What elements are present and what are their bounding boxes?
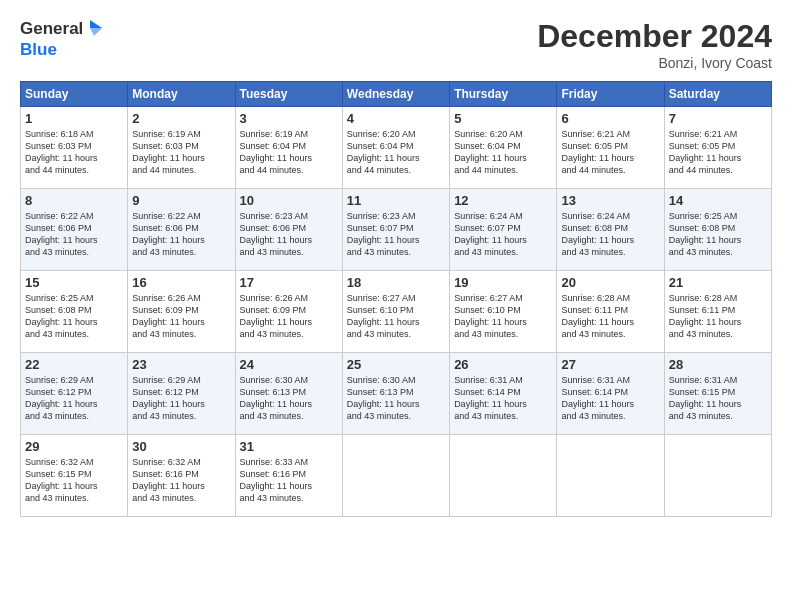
calendar-cell: 18Sunrise: 6:27 AMSunset: 6:10 PMDayligh… xyxy=(342,271,449,353)
day-number: 14 xyxy=(669,193,767,208)
day-number: 25 xyxy=(347,357,445,372)
day-number: 18 xyxy=(347,275,445,290)
cell-text: Sunrise: 6:27 AMSunset: 6:10 PMDaylight:… xyxy=(454,292,552,341)
day-header-monday: Monday xyxy=(128,82,235,107)
week-row-1: 1Sunrise: 6:18 AMSunset: 6:03 PMDaylight… xyxy=(21,107,772,189)
cell-text: Sunrise: 6:33 AMSunset: 6:16 PMDaylight:… xyxy=(240,456,338,505)
cell-text: Sunrise: 6:21 AMSunset: 6:05 PMDaylight:… xyxy=(669,128,767,177)
day-number: 4 xyxy=(347,111,445,126)
location: Bonzi, Ivory Coast xyxy=(537,55,772,71)
day-number: 6 xyxy=(561,111,659,126)
calendar-cell: 9Sunrise: 6:22 AMSunset: 6:06 PMDaylight… xyxy=(128,189,235,271)
calendar-cell: 6Sunrise: 6:21 AMSunset: 6:05 PMDaylight… xyxy=(557,107,664,189)
day-header-sunday: Sunday xyxy=(21,82,128,107)
cell-text: Sunrise: 6:18 AMSunset: 6:03 PMDaylight:… xyxy=(25,128,123,177)
cell-text: Sunrise: 6:29 AMSunset: 6:12 PMDaylight:… xyxy=(25,374,123,423)
calendar-cell: 5Sunrise: 6:20 AMSunset: 6:04 PMDaylight… xyxy=(450,107,557,189)
calendar-cell xyxy=(450,435,557,517)
header: General Blue December 2024 Bonzi, Ivory … xyxy=(20,18,772,71)
cell-text: Sunrise: 6:32 AMSunset: 6:15 PMDaylight:… xyxy=(25,456,123,505)
month-title: December 2024 xyxy=(537,18,772,55)
cell-text: Sunrise: 6:32 AMSunset: 6:16 PMDaylight:… xyxy=(132,456,230,505)
day-number: 17 xyxy=(240,275,338,290)
day-number: 16 xyxy=(132,275,230,290)
day-number: 27 xyxy=(561,357,659,372)
cell-text: Sunrise: 6:22 AMSunset: 6:06 PMDaylight:… xyxy=(132,210,230,259)
day-header-thursday: Thursday xyxy=(450,82,557,107)
cell-text: Sunrise: 6:31 AMSunset: 6:14 PMDaylight:… xyxy=(454,374,552,423)
cell-text: Sunrise: 6:24 AMSunset: 6:08 PMDaylight:… xyxy=(561,210,659,259)
logo-general: General xyxy=(20,19,83,39)
week-row-2: 8Sunrise: 6:22 AMSunset: 6:06 PMDaylight… xyxy=(21,189,772,271)
calendar-cell: 15Sunrise: 6:25 AMSunset: 6:08 PMDayligh… xyxy=(21,271,128,353)
day-number: 10 xyxy=(240,193,338,208)
calendar-cell: 4Sunrise: 6:20 AMSunset: 6:04 PMDaylight… xyxy=(342,107,449,189)
day-number: 5 xyxy=(454,111,552,126)
cell-text: Sunrise: 6:30 AMSunset: 6:13 PMDaylight:… xyxy=(240,374,338,423)
cell-text: Sunrise: 6:23 AMSunset: 6:07 PMDaylight:… xyxy=(347,210,445,259)
calendar-cell: 21Sunrise: 6:28 AMSunset: 6:11 PMDayligh… xyxy=(664,271,771,353)
day-number: 13 xyxy=(561,193,659,208)
header-row: SundayMondayTuesdayWednesdayThursdayFrid… xyxy=(21,82,772,107)
title-block: December 2024 Bonzi, Ivory Coast xyxy=(537,18,772,71)
cell-text: Sunrise: 6:30 AMSunset: 6:13 PMDaylight:… xyxy=(347,374,445,423)
calendar-cell: 19Sunrise: 6:27 AMSunset: 6:10 PMDayligh… xyxy=(450,271,557,353)
day-number: 29 xyxy=(25,439,123,454)
cell-text: Sunrise: 6:25 AMSunset: 6:08 PMDaylight:… xyxy=(25,292,123,341)
calendar-cell: 8Sunrise: 6:22 AMSunset: 6:06 PMDaylight… xyxy=(21,189,128,271)
week-row-4: 22Sunrise: 6:29 AMSunset: 6:12 PMDayligh… xyxy=(21,353,772,435)
cell-text: Sunrise: 6:28 AMSunset: 6:11 PMDaylight:… xyxy=(561,292,659,341)
calendar-cell: 29Sunrise: 6:32 AMSunset: 6:15 PMDayligh… xyxy=(21,435,128,517)
calendar-cell: 17Sunrise: 6:26 AMSunset: 6:09 PMDayligh… xyxy=(235,271,342,353)
svg-marker-0 xyxy=(90,20,102,28)
day-number: 19 xyxy=(454,275,552,290)
calendar-cell: 11Sunrise: 6:23 AMSunset: 6:07 PMDayligh… xyxy=(342,189,449,271)
calendar-cell: 26Sunrise: 6:31 AMSunset: 6:14 PMDayligh… xyxy=(450,353,557,435)
calendar-cell: 23Sunrise: 6:29 AMSunset: 6:12 PMDayligh… xyxy=(128,353,235,435)
calendar-cell: 14Sunrise: 6:25 AMSunset: 6:08 PMDayligh… xyxy=(664,189,771,271)
cell-text: Sunrise: 6:31 AMSunset: 6:14 PMDaylight:… xyxy=(561,374,659,423)
week-row-3: 15Sunrise: 6:25 AMSunset: 6:08 PMDayligh… xyxy=(21,271,772,353)
logo-blue: Blue xyxy=(20,40,102,60)
cell-text: Sunrise: 6:20 AMSunset: 6:04 PMDaylight:… xyxy=(347,128,445,177)
day-header-wednesday: Wednesday xyxy=(342,82,449,107)
day-header-tuesday: Tuesday xyxy=(235,82,342,107)
calendar-cell: 27Sunrise: 6:31 AMSunset: 6:14 PMDayligh… xyxy=(557,353,664,435)
calendar-cell: 12Sunrise: 6:24 AMSunset: 6:07 PMDayligh… xyxy=(450,189,557,271)
day-header-saturday: Saturday xyxy=(664,82,771,107)
page: General Blue December 2024 Bonzi, Ivory … xyxy=(0,0,792,612)
day-number: 11 xyxy=(347,193,445,208)
calendar-cell: 30Sunrise: 6:32 AMSunset: 6:16 PMDayligh… xyxy=(128,435,235,517)
day-number: 7 xyxy=(669,111,767,126)
calendar-cell xyxy=(664,435,771,517)
calendar-cell: 1Sunrise: 6:18 AMSunset: 6:03 PMDaylight… xyxy=(21,107,128,189)
day-number: 12 xyxy=(454,193,552,208)
week-row-5: 29Sunrise: 6:32 AMSunset: 6:15 PMDayligh… xyxy=(21,435,772,517)
cell-text: Sunrise: 6:23 AMSunset: 6:06 PMDaylight:… xyxy=(240,210,338,259)
calendar-table: SundayMondayTuesdayWednesdayThursdayFrid… xyxy=(20,81,772,517)
cell-text: Sunrise: 6:24 AMSunset: 6:07 PMDaylight:… xyxy=(454,210,552,259)
calendar-cell: 31Sunrise: 6:33 AMSunset: 6:16 PMDayligh… xyxy=(235,435,342,517)
cell-text: Sunrise: 6:26 AMSunset: 6:09 PMDaylight:… xyxy=(240,292,338,341)
calendar-cell xyxy=(342,435,449,517)
cell-text: Sunrise: 6:25 AMSunset: 6:08 PMDaylight:… xyxy=(669,210,767,259)
day-number: 1 xyxy=(25,111,123,126)
cell-text: Sunrise: 6:21 AMSunset: 6:05 PMDaylight:… xyxy=(561,128,659,177)
day-number: 31 xyxy=(240,439,338,454)
cell-text: Sunrise: 6:26 AMSunset: 6:09 PMDaylight:… xyxy=(132,292,230,341)
cell-text: Sunrise: 6:29 AMSunset: 6:12 PMDaylight:… xyxy=(132,374,230,423)
day-number: 30 xyxy=(132,439,230,454)
cell-text: Sunrise: 6:28 AMSunset: 6:11 PMDaylight:… xyxy=(669,292,767,341)
calendar-cell: 10Sunrise: 6:23 AMSunset: 6:06 PMDayligh… xyxy=(235,189,342,271)
cell-text: Sunrise: 6:20 AMSunset: 6:04 PMDaylight:… xyxy=(454,128,552,177)
day-number: 15 xyxy=(25,275,123,290)
day-number: 8 xyxy=(25,193,123,208)
day-number: 26 xyxy=(454,357,552,372)
day-number: 20 xyxy=(561,275,659,290)
calendar-cell: 25Sunrise: 6:30 AMSunset: 6:13 PMDayligh… xyxy=(342,353,449,435)
calendar-cell: 13Sunrise: 6:24 AMSunset: 6:08 PMDayligh… xyxy=(557,189,664,271)
cell-text: Sunrise: 6:22 AMSunset: 6:06 PMDaylight:… xyxy=(25,210,123,259)
calendar-cell: 16Sunrise: 6:26 AMSunset: 6:09 PMDayligh… xyxy=(128,271,235,353)
calendar-cell: 24Sunrise: 6:30 AMSunset: 6:13 PMDayligh… xyxy=(235,353,342,435)
logo-text: General Blue xyxy=(20,18,102,60)
